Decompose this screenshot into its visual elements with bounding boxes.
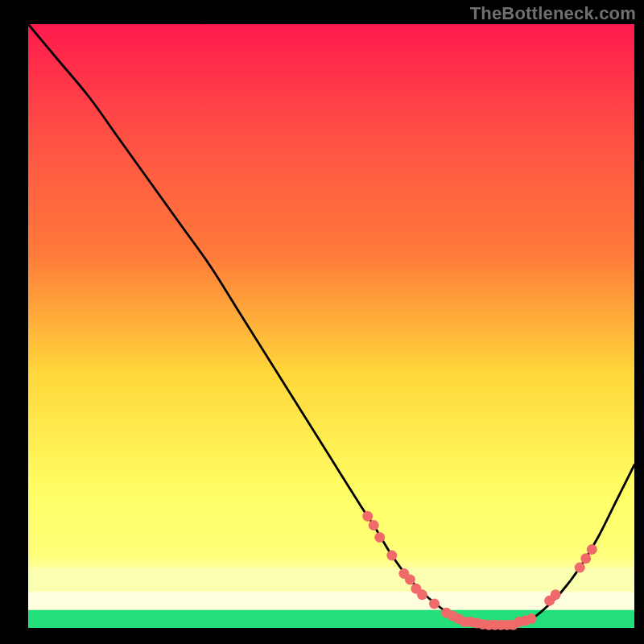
data-marker <box>362 511 373 522</box>
data-marker <box>587 544 597 555</box>
pale-band <box>28 592 634 610</box>
data-marker <box>417 589 427 600</box>
data-marker <box>526 613 536 624</box>
data-marker <box>386 551 397 561</box>
data-marker <box>405 575 415 585</box>
data-marker <box>429 599 440 609</box>
data-marker <box>580 553 591 564</box>
data-marker <box>374 532 385 543</box>
data-marker <box>369 520 379 530</box>
upper-pale <box>28 568 634 592</box>
green-band <box>28 610 634 629</box>
chart-stage: TheBottleneck.com <box>0 0 644 644</box>
bottleneck-chart <box>0 0 644 644</box>
data-marker <box>551 589 561 600</box>
data-marker <box>575 563 585 573</box>
plot-background <box>28 24 634 628</box>
